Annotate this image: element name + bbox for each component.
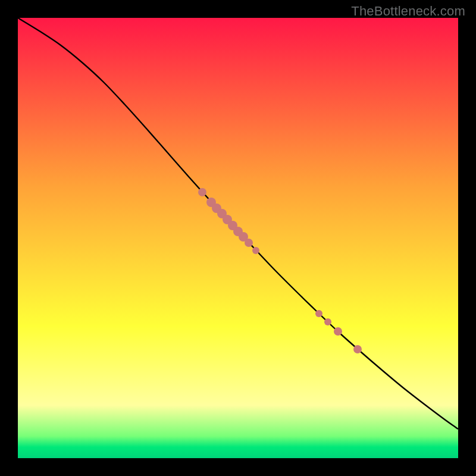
data-point	[334, 327, 342, 336]
bottleneck-chart	[0, 0, 476, 476]
data-point	[353, 345, 362, 353]
data-point	[315, 310, 322, 317]
data-point	[198, 188, 206, 196]
watermark-text: TheBottleneck.com	[351, 4, 465, 19]
chart-stage: TheBottleneck.com	[0, 0, 476, 476]
data-point	[245, 239, 253, 247]
plot-background	[18, 18, 458, 458]
data-point	[324, 318, 331, 325]
data-point	[252, 247, 259, 254]
